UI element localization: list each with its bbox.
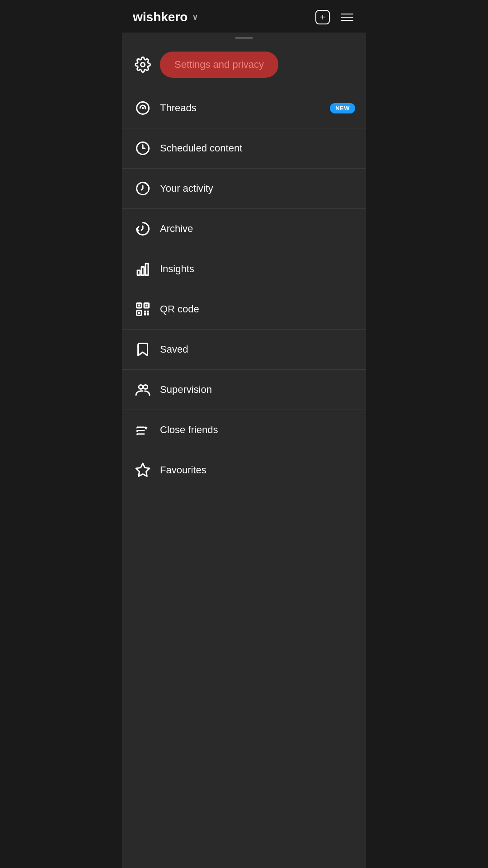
scheduled-label: Scheduled content (160, 142, 355, 154)
menu-item-threads[interactable]: Threads NEW (122, 88, 366, 128)
hamburger-menu-button[interactable] (339, 12, 355, 23)
bookmark-icon (133, 340, 153, 359)
star-icon (133, 460, 153, 480)
svg-text:★: ★ (136, 432, 139, 436)
svg-point-2 (142, 107, 144, 109)
svg-point-19 (144, 385, 148, 389)
svg-point-18 (139, 385, 143, 389)
title-chevron-icon: ∨ (192, 12, 198, 22)
svg-rect-11 (138, 305, 141, 307)
menu-item-supervision[interactable]: Supervision (122, 370, 366, 410)
menu-item-saved[interactable]: Saved (122, 330, 366, 370)
svg-marker-23 (144, 426, 148, 429)
menu-item-archive[interactable]: Archive (122, 209, 366, 249)
menu-item-settings[interactable]: Settings and privacy (122, 42, 366, 88)
qr-icon (133, 299, 153, 319)
close-friends-icon: ★ ★ ★ (133, 420, 153, 440)
svg-rect-14 (144, 311, 146, 313)
header-actions: + (314, 8, 355, 26)
svg-rect-16 (144, 313, 146, 316)
menu-item-insights[interactable]: Insights (122, 249, 366, 289)
plus-square-icon: + (315, 10, 330, 24)
svg-rect-15 (147, 311, 149, 313)
favourites-label: Favourites (160, 464, 355, 476)
bar-chart-icon (133, 259, 153, 279)
gear-icon (133, 55, 153, 75)
svg-rect-12 (145, 305, 148, 307)
menu-item-scheduled[interactable]: Scheduled content (122, 128, 366, 169)
svg-marker-27 (136, 463, 150, 476)
svg-rect-6 (141, 267, 144, 275)
app-title[interactable]: wishkero ∨ (133, 10, 198, 24)
menu-item-close-friends[interactable]: ★ ★ ★ Close friends (122, 410, 366, 450)
menu-item-qrcode[interactable]: QR code (122, 289, 366, 330)
menu-item-activity[interactable]: Your activity (122, 169, 366, 209)
sheet-handle (122, 33, 366, 42)
new-post-button[interactable]: + (314, 8, 332, 26)
saved-label: Saved (160, 344, 355, 355)
handle-bar (235, 37, 253, 39)
svg-rect-7 (145, 264, 148, 275)
insights-label: Insights (160, 263, 355, 275)
menu-sheet: Settings and privacy Threads NEW Schedul… (122, 33, 366, 868)
header: wishkero ∨ + (122, 0, 366, 33)
menu-item-favourites[interactable]: Favourites (122, 450, 366, 490)
activity-label: Your activity (160, 183, 355, 194)
hamburger-icon (341, 14, 353, 21)
app-title-text: wishkero (133, 10, 188, 24)
activity-icon (133, 179, 153, 198)
threads-icon (133, 98, 153, 118)
svg-rect-5 (137, 270, 140, 275)
close-friends-label: Close friends (160, 424, 355, 436)
archive-label: Archive (160, 223, 355, 235)
svg-point-0 (141, 63, 145, 67)
svg-rect-17 (147, 313, 149, 316)
supervision-icon (133, 380, 153, 400)
new-badge: NEW (330, 103, 355, 113)
clock-icon (133, 138, 153, 158)
threads-label: Threads (160, 102, 330, 114)
settings-label: Settings and privacy (160, 52, 278, 78)
supervision-label: Supervision (160, 384, 355, 396)
qrcode-label: QR code (160, 303, 355, 315)
archive-icon (133, 219, 153, 239)
svg-rect-13 (138, 312, 141, 314)
